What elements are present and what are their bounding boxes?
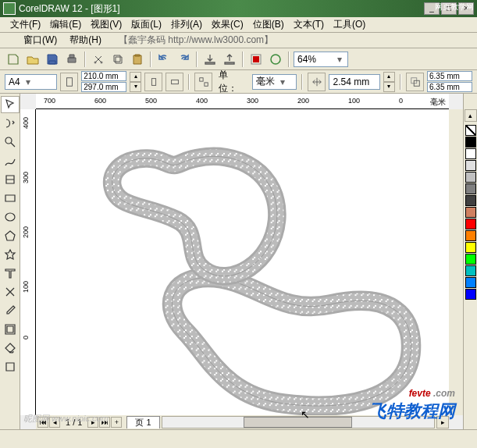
ruler-horizontal[interactable]: 7006005004003002001000毫米: [36, 94, 449, 109]
color-swatch[interactable]: [465, 219, 476, 229]
duplicate-offset-icon: [406, 73, 424, 91]
menu-tools[interactable]: 工具(O): [329, 16, 369, 33]
svg-rect-3: [66, 77, 72, 86]
svg-rect-1: [253, 56, 259, 62]
property-bar: A4▾ 210.0 mm 297.0 mm ▴▾ 单位： 毫米▾ 2.54 mm…: [0, 70, 477, 94]
smart-draw-tool[interactable]: [1, 171, 20, 188]
color-swatch[interactable]: [465, 148, 476, 159]
units-combo[interactable]: 毫米▾: [252, 74, 297, 90]
dup-y-input[interactable]: 6.35 mm: [427, 82, 472, 92]
window-title: CorelDRAW 12 - [图形1]: [19, 2, 424, 16]
print-button[interactable]: [63, 51, 80, 68]
color-swatch[interactable]: [465, 195, 476, 206]
svg-rect-4: [151, 78, 155, 85]
color-palette: ▴: [463, 94, 477, 429]
status-bar: [0, 429, 477, 448]
rectangle-tool[interactable]: [1, 190, 20, 207]
interactive-fill-tool[interactable]: [1, 358, 20, 375]
color-swatch[interactable]: [465, 277, 476, 288]
interactive-blend-tool[interactable]: [1, 283, 20, 300]
menu-text[interactable]: 文本(T): [290, 16, 328, 33]
menu-layout[interactable]: 版面(L): [127, 16, 166, 33]
orientation-portrait-button[interactable]: [144, 73, 162, 91]
app-launcher-button[interactable]: [247, 51, 265, 68]
polygon-tool[interactable]: [1, 227, 20, 244]
title-bar: CorelDRAW 12 - [图形1] _ □ ×: [0, 0, 477, 17]
ellipse-tool[interactable]: [1, 208, 20, 226]
save-button[interactable]: [44, 51, 61, 68]
menu-help[interactable]: 帮助(H): [65, 32, 106, 48]
svg-rect-6: [200, 77, 203, 80]
color-swatch[interactable]: [465, 242, 476, 253]
menu-window[interactable]: 窗口(W): [19, 32, 62, 48]
shape-tool[interactable]: [1, 115, 20, 132]
artwork: [36, 109, 449, 415]
drawing-canvas[interactable]: [36, 109, 449, 415]
dim-spinner[interactable]: ▴▾: [130, 72, 141, 92]
color-swatch[interactable]: [465, 207, 476, 218]
cut-button[interactable]: [90, 51, 107, 68]
dup-x-input[interactable]: 6.35 mm: [427, 71, 472, 81]
ruler-vertical[interactable]: 4003002001000: [20, 109, 36, 415]
color-swatch[interactable]: [465, 265, 476, 276]
color-swatch[interactable]: [465, 183, 476, 194]
nudge-input[interactable]: 2.54 mm: [329, 74, 379, 90]
watermark-feite: 飞特教程网: [369, 400, 455, 423]
color-swatch[interactable]: [465, 289, 476, 300]
zoom-combo[interactable]: 64% ▾: [294, 52, 348, 67]
nudge-icon: [308, 73, 326, 91]
scrollbar-vertical[interactable]: [449, 109, 463, 415]
nudge-spinner[interactable]: ▴▾: [383, 72, 395, 92]
corel-online-button[interactable]: [267, 51, 284, 68]
page-add-button[interactable]: +: [111, 417, 122, 428]
standard-toolbar: 64% ▾: [0, 48, 477, 70]
basic-shapes-tool[interactable]: [1, 246, 20, 263]
fill-tool[interactable]: [1, 340, 20, 357]
text-tool[interactable]: [1, 265, 20, 282]
page-tab[interactable]: 页 1: [126, 416, 159, 428]
color-swatch[interactable]: [465, 254, 476, 265]
menu-bar: 文件(F)编辑(E)视图(V)版面(L)排列(A)效果(C)位图(B)文本(T)…: [0, 17, 477, 33]
page-size-combo[interactable]: A4▾: [5, 74, 57, 90]
palette-up-button[interactable]: ▴: [465, 109, 477, 122]
zoom-tool[interactable]: [1, 133, 20, 151]
units-icon: [194, 73, 212, 91]
new-button[interactable]: [5, 51, 22, 68]
menu-effects[interactable]: 效果(C): [208, 16, 247, 33]
pick-tool[interactable]: [1, 96, 20, 113]
export-button[interactable]: [221, 51, 238, 68]
color-swatch[interactable]: [465, 230, 476, 241]
import-button[interactable]: [201, 51, 219, 68]
menu-file[interactable]: 文件(F): [6, 16, 44, 33]
orientation-landscape-button[interactable]: [166, 73, 183, 91]
svg-point-2: [271, 55, 280, 64]
color-swatch[interactable]: [465, 137, 476, 148]
menu-edit[interactable]: 编辑(E): [46, 16, 85, 33]
paste-button[interactable]: [129, 51, 146, 68]
redo-button[interactable]: [175, 51, 192, 68]
page-height-input[interactable]: 297.0 mm: [81, 82, 126, 92]
svg-rect-7: [205, 82, 208, 85]
svg-rect-5: [172, 80, 179, 84]
page-width-input[interactable]: 210.0 mm: [81, 71, 126, 81]
app-icon: [3, 2, 16, 15]
copy-button[interactable]: [109, 51, 126, 68]
freehand-tool[interactable]: [1, 152, 20, 169]
color-swatch[interactable]: [465, 160, 476, 171]
watermark-nipic: 昵图网 www.nipic.com: [23, 413, 109, 425]
menu-bitmap[interactable]: 位图(B): [249, 16, 288, 33]
color-swatch[interactable]: [465, 172, 476, 183]
undo-button[interactable]: [155, 51, 173, 68]
eyedropper-tool[interactable]: [1, 302, 20, 319]
portrait-button[interactable]: [60, 73, 78, 91]
cursor-icon: ↖: [301, 408, 310, 421]
outline-tool[interactable]: [1, 321, 20, 338]
menu-arrange[interactable]: 排列(A): [167, 16, 206, 33]
menu-view[interactable]: 视图(V): [87, 16, 126, 33]
open-button[interactable]: [24, 51, 41, 68]
no-color-swatch[interactable]: [465, 125, 476, 136]
menu-note: 【蠢宇条码 http://www.lw3000.com】: [119, 34, 273, 47]
units-label: 单位：: [215, 69, 248, 95]
watermark-top: 网页教学网: [435, 2, 474, 12]
canvas-area: 7006005004003002001000毫米 4003002001000: [20, 94, 463, 429]
